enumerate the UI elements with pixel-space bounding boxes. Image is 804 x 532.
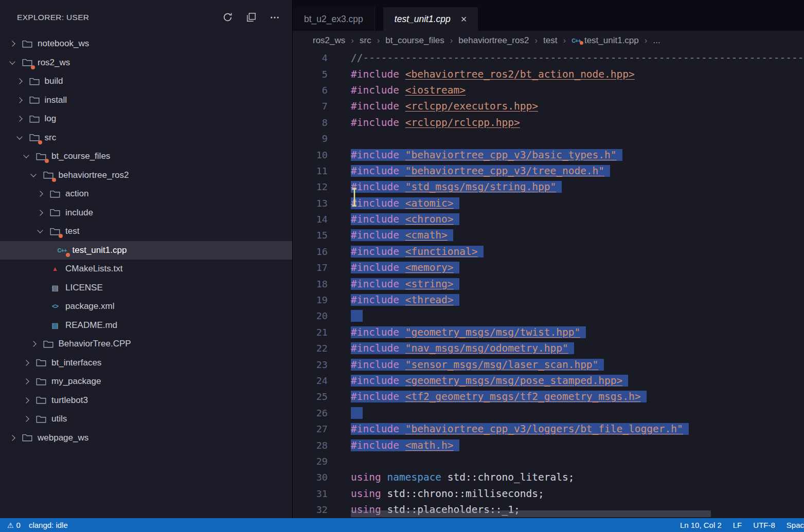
chevron-down-icon[interactable] — [28, 174, 39, 176]
close-tab-icon[interactable]: × — [461, 14, 467, 24]
code-line-10[interactable]: 10#include "behaviortree_cpp_v3/basic_ty… — [293, 146, 804, 162]
chevron-down-icon[interactable] — [21, 155, 31, 157]
code-line-24[interactable]: 24#include <geometry_msgs/msg/pose_stamp… — [293, 373, 804, 389]
code-line-21[interactable]: 21#include "geometry_msgs/msg/twist.hpp" — [293, 324, 804, 340]
tree-folder-log[interactable]: log — [0, 109, 292, 129]
code-line-27[interactable]: 27#include "behaviortree_cpp_v3/loggers/… — [293, 421, 804, 437]
chevron-right-icon[interactable] — [21, 417, 31, 421]
code-line-17[interactable]: 17#include <memory> — [293, 260, 804, 276]
code-line-8[interactable]: 8#include <rclcpp/rclcpp.hpp> — [293, 115, 804, 131]
code-line-31[interactable]: 31using std::chrono::milliseconds; — [293, 486, 804, 502]
tree-folder-test[interactable]: test — [0, 222, 292, 241]
chevron-right-icon[interactable] — [21, 398, 31, 402]
code-line-16[interactable]: 16#include <functional> — [293, 244, 804, 260]
code-line-18[interactable]: 18#include <string> — [293, 276, 804, 291]
chevron-right-icon[interactable] — [7, 436, 17, 440]
tree-item-label: action — [65, 189, 88, 199]
tree-file-LICENSE[interactable]: ▤LICENSE — [0, 279, 292, 298]
tree-file-CMakeLists.txt[interactable]: ▲CMakeLists.txt — [0, 260, 292, 279]
chevron-right-icon[interactable] — [14, 79, 25, 83]
breadcrumb-item-src[interactable]: src — [360, 35, 371, 46]
tree-folder-src[interactable]: src — [0, 129, 292, 148]
cpp-glyph: C++ — [58, 247, 67, 253]
code-editor[interactable]: 4//-------------------------------------… — [293, 50, 804, 518]
tree-folder-install[interactable]: install — [0, 91, 292, 110]
collapse-all-icon[interactable] — [246, 12, 256, 22]
code-line-14[interactable]: 14#include <chrono> — [293, 211, 804, 227]
code-line-30[interactable]: 30using namespace std::chrono_literals; — [293, 469, 804, 485]
code-token: "std_msgs/msg/string.hpp" — [405, 181, 557, 193]
code-line-28[interactable]: 28#include <math.h> — [293, 437, 804, 453]
tree-folder-BehaviorTree.CPP[interactable]: BehaviorTree.CPP — [0, 335, 292, 354]
code-line-20[interactable]: 20 — [293, 308, 804, 324]
line-number: 26 — [293, 408, 328, 418]
code-line-12[interactable]: 12#include "std_msgs/msg/string.hpp" — [293, 179, 804, 195]
tree-folder-action[interactable]: action — [0, 185, 292, 204]
breadcrumb-item-bt_course_files[interactable]: bt_course_files — [385, 35, 444, 46]
chevron-down-icon[interactable] — [35, 230, 45, 232]
line-number: 11 — [293, 166, 328, 176]
tree-folder-webpage_ws[interactable]: webpage_ws — [0, 429, 292, 448]
breadcrumb-item-test_unit1.cpp[interactable]: C++test_unit1.cpp — [571, 35, 639, 46]
problems-indicator[interactable]: ⚠ 0 — [7, 521, 21, 529]
code-line-5[interactable]: 5#include <behaviortree_ros2/bt_action_n… — [293, 66, 804, 82]
breadcrumb-item-ros2_ws[interactable]: ros2_ws — [313, 35, 345, 46]
code-line-22[interactable]: 22#include "nav_msgs/msg/odometry.hpp" — [293, 340, 804, 356]
code-line-11[interactable]: 11#include "behaviortree_cpp_v3/tree_nod… — [293, 163, 804, 179]
tree-folder-notebook_ws[interactable]: notebook_ws — [0, 34, 292, 53]
chevron-down-icon[interactable] — [14, 137, 25, 139]
chevron-right-icon[interactable] — [28, 342, 39, 346]
code-line-23[interactable]: 23#include "sensor_msgs/msg/laser_scan.h… — [293, 356, 804, 372]
tab-bt_u2_ex3.cpp[interactable]: bt_u2_ex3.cpp — [293, 7, 375, 31]
chevron-down-icon[interactable] — [7, 62, 17, 64]
code-line-4[interactable]: 4//-------------------------------------… — [293, 50, 804, 66]
code-line-text: #include "behaviortree_cpp_v3/tree_node.… — [351, 165, 610, 177]
tree-folder-behaviortree_ros2[interactable]: behaviortree_ros2 — [0, 166, 292, 185]
code-line-7[interactable]: 7#include <rclcpp/executors.hpp> — [293, 98, 804, 114]
tab-test_unit1.cpp[interactable]: test_unit1.cpp× — [383, 7, 478, 31]
chevron-right-icon[interactable] — [35, 192, 45, 196]
tree-folder-include[interactable]: include — [0, 204, 292, 223]
eol-indicator[interactable]: LF — [733, 521, 742, 529]
code-line-26[interactable]: 26 — [293, 405, 804, 421]
code-token: "behaviortree_cpp_v3/tree_node.h" — [405, 165, 604, 177]
refresh-icon[interactable] — [222, 12, 233, 23]
code-token: "behaviortree_cpp_v3/basic_types.h" — [405, 149, 617, 161]
more-actions-icon[interactable] — [270, 12, 280, 23]
chevron-right-icon[interactable] — [14, 117, 25, 121]
tree-folder-bt_interfaces[interactable]: bt_interfaces — [0, 354, 292, 373]
language-server-status[interactable]: clangd: idle — [29, 521, 68, 529]
tree-folder-turtlebot3[interactable]: turtlebot3 — [0, 391, 292, 410]
encoding-indicator[interactable]: UTF-8 — [753, 521, 775, 529]
code-line-text — [351, 310, 363, 322]
cursor-position[interactable]: Ln 10, Col 2 — [680, 521, 722, 529]
code-token: #include — [351, 100, 405, 112]
tree-folder-utils[interactable]: utils — [0, 410, 292, 429]
code-token: #include — [351, 278, 405, 290]
chevron-right-icon[interactable] — [35, 211, 45, 215]
code-line-9[interactable]: 9 — [293, 131, 804, 146]
tree-file-README.md[interactable]: ▤README.md — [0, 316, 292, 335]
breadcrumb-item-test[interactable]: test — [543, 35, 557, 46]
breadcrumb-item-behaviortree_ros2[interactable]: behaviortree_ros2 — [458, 35, 529, 46]
indentation-indicator[interactable]: Spac — [787, 521, 804, 529]
code-line-25[interactable]: 25#include <tf2_geometry_msgs/tf2_geomet… — [293, 389, 804, 405]
horizontal-scrollbar[interactable] — [351, 510, 711, 517]
code-line-6[interactable]: 6#include <iostream> — [293, 82, 804, 98]
code-line-29[interactable]: 29 — [293, 453, 804, 469]
chevron-right-icon[interactable] — [21, 361, 31, 365]
tree-file-test_unit1.cpp[interactable]: C++test_unit1.cpp — [0, 241, 292, 260]
tree-folder-bt_course_files[interactable]: bt_course_files — [0, 147, 292, 166]
code-line-13[interactable]: 13#include <atomic> — [293, 195, 804, 211]
chevron-right-icon[interactable] — [7, 42, 17, 46]
chevron-right-icon[interactable] — [14, 98, 25, 102]
code-line-15[interactable]: 15#include <cmath> — [293, 227, 804, 243]
breadcrumb-item-...[interactable]: ... — [653, 35, 660, 46]
chevron-right-icon[interactable] — [21, 379, 31, 383]
tree-folder-ros2_ws[interactable]: ros2_ws — [0, 53, 292, 72]
tree-folder-my_package[interactable]: my_package — [0, 372, 292, 391]
tree-folder-build[interactable]: build — [0, 72, 292, 91]
code-line-text: using namespace std::chrono_literals; — [351, 471, 574, 483]
code-line-19[interactable]: 19#include <thread> — [293, 292, 804, 308]
tree-file-package.xml[interactable]: <>package.xml — [0, 297, 292, 316]
